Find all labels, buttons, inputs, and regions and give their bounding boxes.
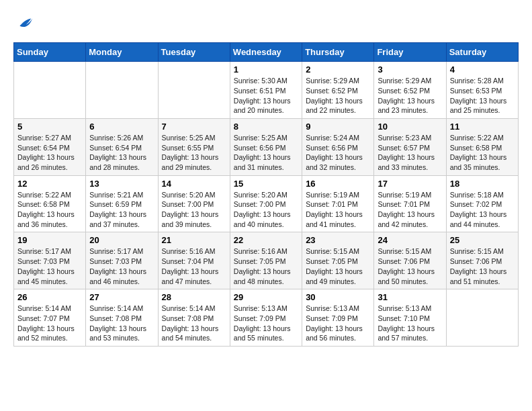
- calendar-day-6: 6Sunrise: 5:26 AMSunset: 6:54 PMDaylight…: [86, 118, 158, 175]
- calendar-day-15: 15Sunrise: 5:20 AMSunset: 7:00 PMDayligh…: [230, 175, 302, 232]
- day-info: Sunrise: 5:25 AMSunset: 6:56 PMDaylight:…: [234, 133, 298, 173]
- calendar-day-20: 20Sunrise: 5:17 AMSunset: 7:03 PMDayligh…: [86, 232, 158, 289]
- calendar-table: SundayMondayTuesdayWednesdayThursdayFrid…: [13, 42, 519, 347]
- day-info: Sunrise: 5:19 AMSunset: 7:01 PMDaylight:…: [378, 190, 442, 230]
- calendar-day-4: 4Sunrise: 5:28 AMSunset: 6:53 PMDaylight…: [446, 62, 518, 119]
- day-number: 3: [378, 64, 442, 75]
- day-info: Sunrise: 5:16 AMSunset: 7:05 PMDaylight:…: [234, 246, 298, 286]
- calendar-empty-cell: [158, 62, 230, 119]
- calendar-day-12: 12Sunrise: 5:22 AMSunset: 6:58 PMDayligh…: [14, 175, 86, 232]
- day-header-monday: Monday: [86, 43, 158, 62]
- calendar-day-27: 27Sunrise: 5:14 AMSunset: 7:08 PMDayligh…: [86, 289, 158, 347]
- day-info: Sunrise: 5:13 AMSunset: 7:09 PMDaylight:…: [234, 304, 298, 343]
- day-info: Sunrise: 5:27 AMSunset: 6:54 PMDaylight:…: [17, 133, 82, 173]
- calendar-day-9: 9Sunrise: 5:24 AMSunset: 6:56 PMDaylight…: [302, 118, 374, 175]
- day-header-wednesday: Wednesday: [230, 43, 302, 62]
- day-info: Sunrise: 5:18 AMSunset: 7:02 PMDaylight:…: [450, 190, 515, 230]
- day-number: 16: [306, 179, 370, 189]
- calendar-header-row: SundayMondayTuesdayWednesdayThursdayFrid…: [14, 43, 519, 62]
- calendar-day-23: 23Sunrise: 5:15 AMSunset: 7:05 PMDayligh…: [302, 232, 374, 289]
- calendar-day-18: 18Sunrise: 5:18 AMSunset: 7:02 PMDayligh…: [446, 175, 518, 232]
- day-number: 19: [17, 235, 82, 245]
- day-number: 21: [162, 235, 226, 245]
- day-info: Sunrise: 5:21 AMSunset: 6:59 PMDaylight:…: [89, 190, 154, 230]
- day-number: 30: [306, 292, 370, 302]
- day-info: Sunrise: 5:14 AMSunset: 7:07 PMDaylight:…: [17, 304, 82, 343]
- calendar-day-21: 21Sunrise: 5:16 AMSunset: 7:04 PMDayligh…: [158, 232, 230, 289]
- calendar-day-28: 28Sunrise: 5:14 AMSunset: 7:08 PMDayligh…: [158, 289, 230, 347]
- calendar-day-26: 26Sunrise: 5:14 AMSunset: 7:07 PMDayligh…: [14, 289, 86, 347]
- day-header-thursday: Thursday: [302, 43, 374, 62]
- day-number: 17: [378, 179, 442, 189]
- calendar-day-5: 5Sunrise: 5:27 AMSunset: 6:54 PMDaylight…: [14, 118, 86, 175]
- day-info: Sunrise: 5:15 AMSunset: 7:06 PMDaylight:…: [450, 246, 515, 286]
- day-info: Sunrise: 5:16 AMSunset: 7:04 PMDaylight:…: [162, 246, 226, 286]
- day-info: Sunrise: 5:23 AMSunset: 6:57 PMDaylight:…: [378, 133, 442, 173]
- day-info: Sunrise: 5:17 AMSunset: 7:03 PMDaylight:…: [89, 246, 154, 286]
- calendar-day-25: 25Sunrise: 5:15 AMSunset: 7:06 PMDayligh…: [446, 232, 518, 289]
- calendar-empty-cell: [86, 62, 158, 119]
- calendar-day-2: 2Sunrise: 5:29 AMSunset: 6:52 PMDaylight…: [302, 62, 374, 119]
- calendar-day-10: 10Sunrise: 5:23 AMSunset: 6:57 PMDayligh…: [374, 118, 446, 175]
- day-number: 8: [234, 122, 298, 132]
- day-number: 22: [234, 235, 298, 245]
- day-number: 31: [378, 292, 442, 302]
- day-number: 7: [162, 122, 226, 132]
- day-info: Sunrise: 5:15 AMSunset: 7:05 PMDaylight:…: [306, 246, 370, 286]
- day-number: 14: [162, 179, 226, 189]
- calendar-week-5: 26Sunrise: 5:14 AMSunset: 7:07 PMDayligh…: [14, 289, 519, 347]
- day-number: 4: [450, 64, 515, 75]
- day-number: 25: [450, 235, 515, 245]
- day-info: Sunrise: 5:15 AMSunset: 7:06 PMDaylight:…: [378, 246, 442, 286]
- day-info: Sunrise: 5:19 AMSunset: 7:01 PMDaylight:…: [306, 190, 370, 230]
- day-number: 29: [234, 292, 298, 302]
- calendar-day-8: 8Sunrise: 5:25 AMSunset: 6:56 PMDaylight…: [230, 118, 302, 175]
- logo: [13, 13, 34, 36]
- calendar-week-1: 1Sunrise: 5:30 AMSunset: 6:51 PMDaylight…: [14, 62, 519, 119]
- day-number: 18: [450, 179, 515, 189]
- day-info: Sunrise: 5:22 AMSunset: 6:58 PMDaylight:…: [450, 133, 515, 173]
- day-header-sunday: Sunday: [14, 43, 86, 62]
- day-info: Sunrise: 5:28 AMSunset: 6:53 PMDaylight:…: [450, 76, 515, 116]
- day-number: 12: [17, 179, 82, 189]
- day-number: 20: [89, 235, 154, 245]
- day-number: 9: [306, 122, 370, 132]
- calendar-day-1: 1Sunrise: 5:30 AMSunset: 6:51 PMDaylight…: [230, 62, 302, 119]
- calendar-body: 1Sunrise: 5:30 AMSunset: 6:51 PMDaylight…: [14, 62, 519, 347]
- day-number: 28: [162, 292, 226, 302]
- day-info: Sunrise: 5:26 AMSunset: 6:54 PMDaylight:…: [89, 133, 154, 173]
- calendar-day-30: 30Sunrise: 5:13 AMSunset: 7:09 PMDayligh…: [302, 289, 374, 347]
- day-info: Sunrise: 5:25 AMSunset: 6:55 PMDaylight:…: [162, 133, 226, 173]
- day-info: Sunrise: 5:13 AMSunset: 7:10 PMDaylight:…: [378, 304, 442, 343]
- day-number: 15: [234, 179, 298, 189]
- calendar-day-24: 24Sunrise: 5:15 AMSunset: 7:06 PMDayligh…: [374, 232, 446, 289]
- day-info: Sunrise: 5:30 AMSunset: 6:51 PMDaylight:…: [234, 76, 298, 116]
- day-number: 6: [89, 122, 154, 132]
- day-number: 5: [17, 122, 82, 132]
- logo-text: [13, 13, 34, 36]
- calendar-day-29: 29Sunrise: 5:13 AMSunset: 7:09 PMDayligh…: [230, 289, 302, 347]
- day-number: 11: [450, 122, 515, 132]
- calendar-week-3: 12Sunrise: 5:22 AMSunset: 6:58 PMDayligh…: [14, 175, 519, 232]
- calendar-day-14: 14Sunrise: 5:20 AMSunset: 7:00 PMDayligh…: [158, 175, 230, 232]
- calendar-week-4: 19Sunrise: 5:17 AMSunset: 7:03 PMDayligh…: [14, 232, 519, 289]
- day-info: Sunrise: 5:22 AMSunset: 6:58 PMDaylight:…: [17, 190, 82, 230]
- day-number: 26: [17, 292, 82, 302]
- day-number: 1: [234, 64, 298, 75]
- calendar-day-19: 19Sunrise: 5:17 AMSunset: 7:03 PMDayligh…: [14, 232, 86, 289]
- day-number: 27: [89, 292, 154, 302]
- day-header-friday: Friday: [374, 43, 446, 62]
- day-info: Sunrise: 5:14 AMSunset: 7:08 PMDaylight:…: [89, 304, 154, 343]
- day-info: Sunrise: 5:20 AMSunset: 7:00 PMDaylight:…: [234, 190, 298, 230]
- day-info: Sunrise: 5:24 AMSunset: 6:56 PMDaylight:…: [306, 133, 370, 173]
- day-info: Sunrise: 5:14 AMSunset: 7:08 PMDaylight:…: [162, 304, 226, 343]
- calendar-day-17: 17Sunrise: 5:19 AMSunset: 7:01 PMDayligh…: [374, 175, 446, 232]
- day-info: Sunrise: 5:29 AMSunset: 6:52 PMDaylight:…: [306, 76, 370, 116]
- calendar-day-7: 7Sunrise: 5:25 AMSunset: 6:55 PMDaylight…: [158, 118, 230, 175]
- calendar-day-13: 13Sunrise: 5:21 AMSunset: 6:59 PMDayligh…: [86, 175, 158, 232]
- logo-bird-icon: [15, 13, 34, 32]
- day-info: Sunrise: 5:17 AMSunset: 7:03 PMDaylight:…: [17, 246, 82, 286]
- day-info: Sunrise: 5:20 AMSunset: 7:00 PMDaylight:…: [162, 190, 226, 230]
- day-number: 23: [306, 235, 370, 245]
- day-header-saturday: Saturday: [446, 43, 518, 62]
